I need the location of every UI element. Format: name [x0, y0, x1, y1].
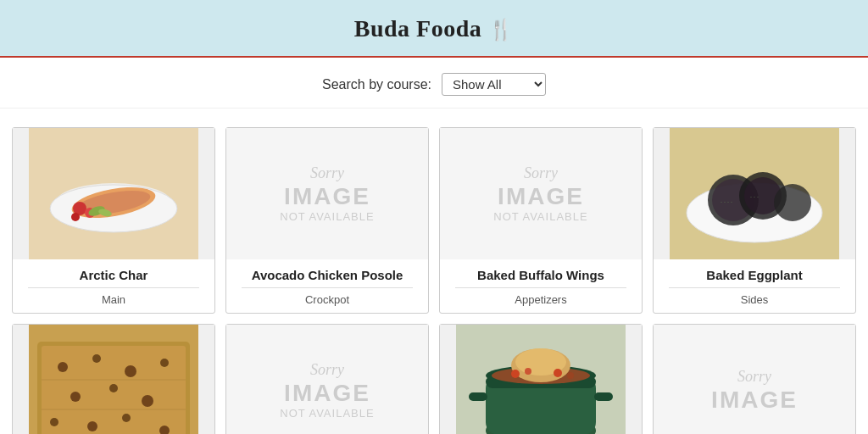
card-divider: [242, 287, 413, 288]
svg-point-30: [50, 418, 58, 426]
image-text: IMAGE: [284, 184, 370, 210]
card-category-baked-buffalo-wings: Appetizers: [447, 293, 635, 306]
card-cookie[interactable]: [12, 324, 215, 434]
image-text: IMAGE: [498, 184, 584, 210]
card-unknown2[interactable]: Sorry IMAGE NOT AVAILABLE: [225, 324, 429, 434]
image-text: IMAGE: [711, 387, 798, 414]
search-label: Search by course:: [322, 77, 431, 92]
svg-point-50: [567, 372, 574, 379]
svg-text:· · ·: · · ·: [750, 193, 759, 201]
sorry-image-avocado: Sorry IMAGE NOT AVAILABLE: [226, 128, 428, 259]
card-title-baked-buffalo-wings: Baked Buffalo Wings: [447, 268, 635, 282]
card-baked-buffalo-wings[interactable]: Sorry IMAGE NOT AVAILABLE Baked Buffalo …: [439, 127, 643, 314]
card-avocado-chicken-posole[interactable]: Sorry IMAGE NOT AVAILABLE Avocado Chicke…: [225, 127, 429, 314]
card-image-unknown2: Sorry IMAGE NOT AVAILABLE: [226, 325, 428, 434]
sorry-text: Sorry: [310, 361, 344, 379]
card-stew[interactable]: [439, 324, 643, 434]
svg-point-49: [554, 369, 562, 377]
svg-point-28: [109, 384, 118, 392]
card-image-stew: [440, 325, 642, 434]
card-image-baked-buffalo-wings: Sorry IMAGE NOT AVAILABLE: [440, 128, 642, 259]
svg-point-17: [774, 184, 811, 221]
card-image-baked-eggplant: · · · · · · ·: [654, 128, 855, 259]
not-available-text: NOT AVAILABLE: [280, 210, 374, 223]
card-category-avocado-chicken-posole: Crockpot: [233, 293, 421, 306]
sorry-text: Sorry: [737, 368, 771, 386]
svg-point-48: [525, 368, 531, 375]
recipe-grid: Arctic Char Main Sorry IMAGE NOT AVAILAB…: [0, 108, 868, 434]
card-divider: [669, 287, 840, 288]
sorry-text: Sorry: [310, 164, 344, 182]
course-select[interactable]: Show All Appetizers Main Sides Desserts …: [442, 73, 546, 96]
not-available-text: NOT AVAILABLE: [280, 407, 374, 420]
svg-point-25: [125, 365, 136, 377]
svg-point-29: [142, 395, 153, 407]
card-category-arctic-char: Main: [19, 293, 208, 306]
card-arctic-char[interactable]: Arctic Char Main: [12, 127, 215, 314]
card-title-arctic-char: Arctic Char: [19, 268, 208, 282]
svg-rect-42: [469, 392, 487, 401]
app-title: Buda Fooda 🍴: [0, 15, 868, 42]
card-image-arctic-char: [13, 128, 214, 259]
not-available-text: NOT AVAILABLE: [493, 210, 587, 223]
app-title-text: Buda Fooda: [354, 15, 482, 42]
card-category-baked-eggplant: Sides: [660, 293, 849, 306]
svg-point-24: [92, 354, 101, 363]
sorry-image-unknown2: Sorry IMAGE NOT AVAILABLE: [226, 325, 428, 434]
search-bar: Search by course: Show All Appetizers Ma…: [0, 58, 868, 108]
svg-rect-43: [594, 392, 613, 401]
svg-point-32: [122, 414, 131, 422]
card-title-avocado-chicken-posole: Avocado Chicken Posole: [233, 268, 421, 282]
card-divider: [28, 287, 199, 288]
card-unknown4[interactable]: Sorry IMAGE: [653, 324, 856, 434]
card-image-cookie: [13, 325, 214, 434]
card-info-baked-buffalo-wings: Baked Buffalo Wings Appetizers: [440, 259, 642, 313]
svg-point-47: [511, 370, 520, 378]
cookie-image: [13, 325, 214, 434]
baked-eggplant-image: · · · · · · ·: [654, 128, 855, 259]
card-baked-eggplant[interactable]: · · · · · · · Baked Eggplant Sides: [653, 127, 856, 314]
utensils-icon: 🍴: [488, 19, 515, 41]
app-header: Buda Fooda 🍴: [0, 0, 868, 58]
card-info-avocado-chicken-posole: Avocado Chicken Posole Crockpot: [226, 259, 428, 313]
card-info-baked-eggplant: Baked Eggplant Sides: [654, 259, 855, 313]
svg-point-26: [160, 359, 169, 367]
svg-point-31: [87, 421, 97, 431]
arctic-char-image: [13, 128, 214, 259]
card-info-arctic-char: Arctic Char Main: [13, 259, 214, 313]
svg-text:· · · ·: · · · ·: [721, 198, 732, 206]
svg-rect-10: [29, 128, 198, 259]
card-title-baked-eggplant: Baked Eggplant: [660, 268, 849, 282]
card-image-avocado-chicken-posole: Sorry IMAGE NOT AVAILABLE: [226, 128, 428, 259]
stew-image: [440, 325, 642, 434]
sorry-image-buffalo: Sorry IMAGE NOT AVAILABLE: [440, 128, 642, 259]
card-image-unknown4: Sorry IMAGE: [654, 325, 855, 434]
sorry-image-unknown4: Sorry IMAGE: [654, 325, 855, 434]
svg-point-23: [58, 362, 68, 372]
sorry-text: Sorry: [524, 164, 558, 182]
image-text: IMAGE: [284, 381, 370, 407]
svg-point-27: [70, 392, 81, 402]
card-divider: [455, 287, 626, 288]
